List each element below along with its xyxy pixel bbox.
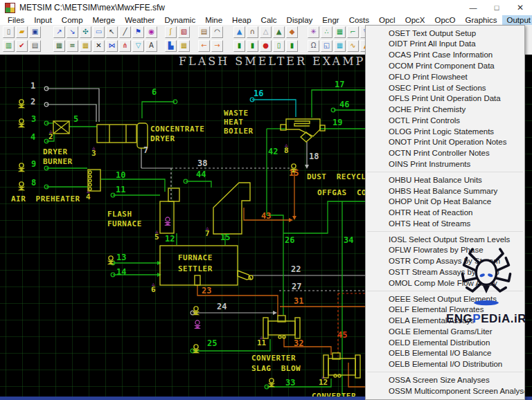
- unit-number-12[interactable]: ▵12: [319, 374, 328, 386]
- stream-number-15[interactable]: 15: [220, 233, 230, 242]
- stop-icon[interactable]: ●: [260, 40, 272, 52]
- menu-item-olog[interactable]: OLOG Print Logic Statements: [366, 126, 524, 137]
- stream-number-1[interactable]: 1: [30, 81, 35, 91]
- funnel-tool-icon[interactable]: ▽: [132, 40, 144, 52]
- stream-number-42[interactable]: 42: [268, 147, 278, 156]
- stream-number-3[interactable]: 3: [31, 114, 36, 124]
- stream-number-24[interactable]: 24: [217, 302, 227, 311]
- magnifier-icon[interactable]: ◉: [145, 26, 157, 38]
- menu-item-iosl[interactable]: IOSL Select Output Stream Levels: [366, 234, 524, 245]
- zoom-out-arrow-icon[interactable]: ↘: [66, 26, 78, 38]
- menu-item-octl[interactable]: OCTL Print Controls: [366, 115, 524, 126]
- menu-merge[interactable]: Merge: [88, 15, 121, 25]
- stream-table-icon[interactable]: ▦: [334, 26, 346, 38]
- mine-tunnel-icon[interactable]: ∩: [247, 26, 258, 38]
- stream-number-25[interactable]: 25: [207, 338, 217, 348]
- pipes-icon[interactable]: ⌐: [347, 26, 359, 38]
- stream-number-5[interactable]: 5: [73, 114, 78, 124]
- excavator-icon[interactable]: ◆: [286, 26, 298, 38]
- zoom-window-icon[interactable]: ▭: [93, 26, 105, 38]
- battery-pair-icon[interactable]: ▯: [273, 40, 285, 52]
- menu-item-ohtr[interactable]: OHTR Heat of Reaction: [366, 208, 524, 219]
- delete-x-icon[interactable]: ✕: [93, 40, 105, 52]
- stream-number-9[interactable]: 9: [31, 159, 36, 169]
- stream-number-23[interactable]: 23: [202, 286, 211, 296]
- menu-display[interactable]: Display: [282, 15, 318, 25]
- menu-item-ohbu[interactable]: OHBU Heat Balance Units: [366, 174, 524, 185]
- text-a-icon[interactable]: A: [145, 40, 157, 52]
- menu-item-ocas[interactable]: OCAS Print Case Information: [366, 50, 524, 61]
- stream-number-22[interactable]: 22: [291, 264, 301, 274]
- dynamic-s-icon[interactable]: ʃ: [165, 26, 177, 38]
- valve-tool-icon[interactable]: ⋈: [106, 40, 118, 52]
- stream-number-8[interactable]: 8: [31, 178, 36, 188]
- stream-number-19[interactable]: 19: [332, 118, 342, 127]
- calc-date-icon[interactable]: ▦: [80, 40, 91, 52]
- splitter-tool-icon[interactable]: ⋔: [119, 40, 131, 52]
- open-folder-icon[interactable]: ▰: [16, 26, 28, 38]
- menu-graphics[interactable]: Graphics: [461, 15, 502, 25]
- back-arrow-icon[interactable]: ←: [198, 40, 210, 52]
- lasso-icon[interactable]: ◠: [211, 26, 223, 38]
- menu-item-ohop[interactable]: OHOP Unit Op Heat Balance: [366, 197, 524, 208]
- stream-number-11[interactable]: 11: [116, 185, 125, 194]
- menu-comp[interactable]: Comp: [57, 15, 88, 25]
- dump-icon[interactable]: ▲: [273, 26, 285, 38]
- component-bars-icon[interactable]: ▥: [3, 40, 15, 52]
- menu-engr[interactable]: Engr: [317, 15, 344, 25]
- menu-item-ocom[interactable]: OCOM Print Component Data: [366, 60, 524, 71]
- stream-number-12[interactable]: 12: [165, 234, 175, 244]
- stream-number-4[interactable]: 4: [30, 132, 35, 142]
- menu-item-octn[interactable]: OCTN Print Controller Notes: [366, 148, 524, 159]
- unit-number-2[interactable]: ▵2: [48, 129, 53, 140]
- menu-item-ofls[interactable]: OFLS Print Unit Operation Data: [366, 93, 524, 104]
- stream-number-17[interactable]: 17: [335, 80, 344, 89]
- minimize-button[interactable]: —: [461, 0, 485, 15]
- menu-item-owas[interactable]: OWAS Detailed Washability Data: [366, 397, 524, 400]
- menu-item-osec[interactable]: OSEC Print List of Sections: [366, 82, 524, 93]
- save-icon[interactable]: ▣: [29, 26, 41, 38]
- report-exit-icon[interactable]: ▧: [178, 26, 190, 38]
- stream-number-43[interactable]: 43: [261, 211, 271, 221]
- terrain-icon[interactable]: ▲: [233, 26, 245, 38]
- forward-arrow-icon[interactable]: →: [211, 40, 223, 52]
- menu-item-ohts[interactable]: OHTS Heat of Streams: [366, 218, 524, 229]
- menu-opcx[interactable]: OpcX: [400, 15, 430, 25]
- menu-item-ohbs[interactable]: OHBS Heat Balance Summary: [366, 185, 524, 197]
- slurry-pump-icon[interactable]: ▙: [165, 40, 177, 52]
- curves-icon[interactable]: ∿: [347, 40, 359, 52]
- menu-item-oins[interactable]: OINS Print Instruments: [366, 158, 524, 170]
- stream-number-13[interactable]: 13: [116, 253, 126, 262]
- stream-number-33[interactable]: 33: [285, 378, 295, 388]
- menu-weather[interactable]: Weather: [120, 15, 159, 25]
- menu-item-oidt[interactable]: OIDT Print All Input Data: [366, 39, 524, 50]
- menu-calc[interactable]: Calc: [256, 15, 282, 25]
- fuel-pump-icon[interactable]: ▮: [286, 40, 298, 52]
- grid-cyan-icon[interactable]: ▦: [334, 40, 346, 52]
- books-icon[interactable]: ▤: [198, 26, 210, 38]
- menu-item-oflo[interactable]: OFLO Print Flowsheet: [366, 71, 524, 82]
- stream-number-44[interactable]: 44: [196, 170, 206, 179]
- zoom-in-arrow-icon[interactable]: ↗: [53, 26, 65, 38]
- unit-number-6[interactable]: ▵6: [151, 282, 156, 293]
- menu-input[interactable]: Input: [29, 15, 57, 25]
- stream-number-46[interactable]: 46: [339, 100, 349, 109]
- stream-number-14[interactable]: 14: [116, 267, 126, 277]
- data-table-icon[interactable]: ▦: [178, 40, 190, 52]
- close-button[interactable]: ✕: [508, 0, 532, 15]
- balance-icon[interactable]: Ω: [308, 40, 319, 52]
- menu-mine[interactable]: Mine: [200, 15, 227, 25]
- unit-number-7[interactable]: ▵7: [205, 226, 210, 237]
- new-file-icon[interactable]: ▯: [3, 26, 15, 38]
- menu-item-oeld[interactable]: OELD Elemental Distribution: [366, 337, 524, 348]
- menu-costs[interactable]: Costs: [344, 15, 374, 25]
- unit-number-4[interactable]: ▵4: [86, 189, 91, 201]
- molecule-icon[interactable]: ✳: [308, 26, 319, 38]
- flow-nodes-icon[interactable]: ∴: [321, 26, 332, 38]
- menu-item-ossa[interactable]: OSSA Screen Size Analyses: [366, 374, 524, 385]
- stream-number-7[interactable]: 7: [143, 145, 148, 155]
- calc-77-icon[interactable]: ≡: [66, 40, 78, 52]
- menu-item-onot[interactable]: ONOT Print Unit Operation Notes: [366, 137, 524, 148]
- menu-opco[interactable]: OpcO: [429, 15, 460, 25]
- stream-number-38[interactable]: 38: [197, 158, 207, 168]
